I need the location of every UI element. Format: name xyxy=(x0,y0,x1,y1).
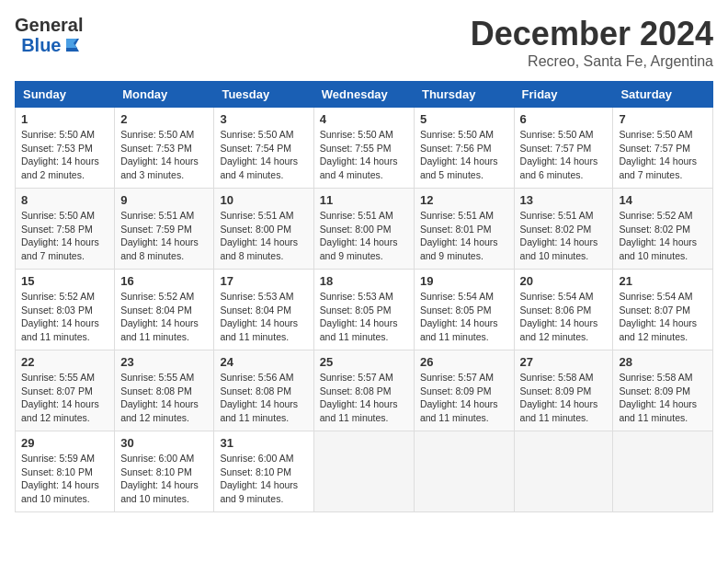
calendar-week-row: 1 Sunrise: 5:50 AM Sunset: 7:53 PM Dayli… xyxy=(16,108,713,189)
calendar-cell: 14 Sunrise: 5:52 AM Sunset: 8:02 PM Dayl… xyxy=(613,189,713,270)
day-info: Sunrise: 5:53 AM Sunset: 8:05 PM Dayligh… xyxy=(320,290,408,344)
day-number: 25 xyxy=(320,355,408,369)
day-number: 14 xyxy=(619,193,707,207)
day-info: Sunrise: 5:54 AM Sunset: 8:07 PM Dayligh… xyxy=(619,290,707,344)
day-info: Sunrise: 5:55 AM Sunset: 8:07 PM Dayligh… xyxy=(21,371,108,425)
day-info: Sunrise: 6:00 AM Sunset: 8:10 PM Dayligh… xyxy=(120,452,208,506)
day-number: 23 xyxy=(120,355,208,369)
day-number: 11 xyxy=(320,193,408,207)
calendar-cell: 17 Sunrise: 5:53 AM Sunset: 8:04 PM Dayl… xyxy=(214,270,313,350)
logo: General Blue xyxy=(15,15,83,55)
day-number: 26 xyxy=(420,355,508,369)
calendar-cell: 8 Sunrise: 5:50 AM Sunset: 7:58 PM Dayli… xyxy=(16,189,115,270)
day-number: 17 xyxy=(220,274,307,288)
day-number: 15 xyxy=(21,274,108,288)
day-info: Sunrise: 5:50 AM Sunset: 7:57 PM Dayligh… xyxy=(520,128,608,182)
calendar-cell: 31 Sunrise: 6:00 AM Sunset: 8:10 PM Dayl… xyxy=(214,431,313,512)
day-info: Sunrise: 5:56 AM Sunset: 8:08 PM Dayligh… xyxy=(220,371,307,425)
calendar-cell: 1 Sunrise: 5:50 AM Sunset: 7:53 PM Dayli… xyxy=(16,108,115,189)
calendar-cell: 25 Sunrise: 5:57 AM Sunset: 8:08 PM Dayl… xyxy=(313,350,414,431)
day-number: 31 xyxy=(220,436,307,450)
day-info: Sunrise: 5:51 AM Sunset: 8:00 PM Dayligh… xyxy=(220,209,307,263)
calendar-week-row: 29 Sunrise: 5:59 AM Sunset: 8:10 PM Dayl… xyxy=(16,431,713,512)
calendar-cell: 15 Sunrise: 5:52 AM Sunset: 8:03 PM Dayl… xyxy=(16,270,115,350)
day-number: 9 xyxy=(120,193,208,207)
col-header-tuesday: Tuesday xyxy=(214,82,313,108)
day-info: Sunrise: 5:55 AM Sunset: 8:08 PM Dayligh… xyxy=(120,371,208,425)
calendar-cell: 9 Sunrise: 5:51 AM Sunset: 7:59 PM Dayli… xyxy=(115,189,214,270)
day-info: Sunrise: 5:54 AM Sunset: 8:06 PM Dayligh… xyxy=(520,290,608,344)
day-number: 30 xyxy=(120,436,208,450)
day-number: 1 xyxy=(21,112,108,126)
calendar-cell: 16 Sunrise: 5:52 AM Sunset: 8:04 PM Dayl… xyxy=(115,270,214,350)
day-info: Sunrise: 5:51 AM Sunset: 8:01 PM Dayligh… xyxy=(420,209,508,263)
calendar-cell: 4 Sunrise: 5:50 AM Sunset: 7:55 PM Dayli… xyxy=(313,108,414,189)
day-number: 3 xyxy=(220,112,307,126)
day-number: 27 xyxy=(520,355,608,369)
day-info: Sunrise: 5:52 AM Sunset: 8:02 PM Dayligh… xyxy=(619,209,707,263)
calendar-cell: 5 Sunrise: 5:50 AM Sunset: 7:56 PM Dayli… xyxy=(414,108,514,189)
calendar-cell: 12 Sunrise: 5:51 AM Sunset: 8:01 PM Dayl… xyxy=(414,189,514,270)
day-number: 21 xyxy=(619,274,707,288)
day-number: 18 xyxy=(320,274,408,288)
calendar-cell: 3 Sunrise: 5:50 AM Sunset: 7:54 PM Dayli… xyxy=(214,108,313,189)
day-info: Sunrise: 5:52 AM Sunset: 8:04 PM Dayligh… xyxy=(120,290,208,344)
calendar-header-row: SundayMondayTuesdayWednesdayThursdayFrid… xyxy=(16,82,713,108)
title-section: December 2024 Recreo, Santa Fe, Argentin… xyxy=(471,15,713,70)
calendar-cell: 22 Sunrise: 5:55 AM Sunset: 8:07 PM Dayl… xyxy=(16,350,115,431)
calendar-cell: 30 Sunrise: 6:00 AM Sunset: 8:10 PM Dayl… xyxy=(115,431,214,512)
day-info: Sunrise: 5:54 AM Sunset: 8:05 PM Dayligh… xyxy=(420,290,508,344)
day-number: 2 xyxy=(120,112,208,126)
day-number: 10 xyxy=(220,193,307,207)
day-info: Sunrise: 5:50 AM Sunset: 7:55 PM Dayligh… xyxy=(320,128,408,182)
logo-general-text: General xyxy=(15,15,83,35)
calendar-cell: 27 Sunrise: 5:58 AM Sunset: 8:09 PM Dayl… xyxy=(514,350,613,431)
logo-blue-text: Blue xyxy=(21,35,61,55)
page-header: General Blue December 2024 Recreo, Santa… xyxy=(15,15,713,70)
calendar-cell: 13 Sunrise: 5:51 AM Sunset: 8:02 PM Dayl… xyxy=(514,189,613,270)
day-info: Sunrise: 6:00 AM Sunset: 8:10 PM Dayligh… xyxy=(220,452,307,506)
calendar-table: SundayMondayTuesdayWednesdayThursdayFrid… xyxy=(15,81,713,512)
calendar-cell: 28 Sunrise: 5:58 AM Sunset: 8:09 PM Dayl… xyxy=(613,350,713,431)
calendar-cell: 2 Sunrise: 5:50 AM Sunset: 7:53 PM Dayli… xyxy=(115,108,214,189)
day-number: 13 xyxy=(520,193,608,207)
col-header-saturday: Saturday xyxy=(613,82,713,108)
calendar-week-row: 8 Sunrise: 5:50 AM Sunset: 7:58 PM Dayli… xyxy=(16,189,713,270)
col-header-thursday: Thursday xyxy=(414,82,514,108)
calendar-cell xyxy=(514,431,613,512)
calendar-cell: 24 Sunrise: 5:56 AM Sunset: 8:08 PM Dayl… xyxy=(214,350,313,431)
calendar-cell: 11 Sunrise: 5:51 AM Sunset: 8:00 PM Dayl… xyxy=(313,189,414,270)
day-info: Sunrise: 5:50 AM Sunset: 7:56 PM Dayligh… xyxy=(420,128,508,182)
calendar-cell: 20 Sunrise: 5:54 AM Sunset: 8:06 PM Dayl… xyxy=(514,270,613,350)
calendar-cell: 6 Sunrise: 5:50 AM Sunset: 7:57 PM Dayli… xyxy=(514,108,613,189)
day-number: 29 xyxy=(21,436,108,450)
day-number: 24 xyxy=(220,355,307,369)
day-info: Sunrise: 5:53 AM Sunset: 8:04 PM Dayligh… xyxy=(220,290,307,344)
day-info: Sunrise: 5:57 AM Sunset: 8:08 PM Dayligh… xyxy=(320,371,408,425)
calendar-cell: 7 Sunrise: 5:50 AM Sunset: 7:57 PM Dayli… xyxy=(613,108,713,189)
day-info: Sunrise: 5:58 AM Sunset: 8:09 PM Dayligh… xyxy=(520,371,608,425)
calendar-cell xyxy=(313,431,414,512)
col-header-friday: Friday xyxy=(514,82,613,108)
day-number: 6 xyxy=(520,112,608,126)
calendar-week-row: 22 Sunrise: 5:55 AM Sunset: 8:07 PM Dayl… xyxy=(16,350,713,431)
calendar-cell: 29 Sunrise: 5:59 AM Sunset: 8:10 PM Dayl… xyxy=(16,431,115,512)
calendar-cell: 21 Sunrise: 5:54 AM Sunset: 8:07 PM Dayl… xyxy=(613,270,713,350)
day-number: 7 xyxy=(619,112,707,126)
day-number: 8 xyxy=(21,193,108,207)
calendar-cell: 10 Sunrise: 5:51 AM Sunset: 8:00 PM Dayl… xyxy=(214,189,313,270)
day-number: 4 xyxy=(320,112,408,126)
month-title: December 2024 xyxy=(471,15,713,53)
calendar-week-row: 15 Sunrise: 5:52 AM Sunset: 8:03 PM Dayl… xyxy=(16,270,713,350)
calendar-cell: 19 Sunrise: 5:54 AM Sunset: 8:05 PM Dayl… xyxy=(414,270,514,350)
day-info: Sunrise: 5:51 AM Sunset: 7:59 PM Dayligh… xyxy=(120,209,208,263)
day-number: 5 xyxy=(420,112,508,126)
day-info: Sunrise: 5:51 AM Sunset: 8:00 PM Dayligh… xyxy=(320,209,408,263)
day-info: Sunrise: 5:50 AM Sunset: 7:58 PM Dayligh… xyxy=(21,209,108,263)
day-number: 16 xyxy=(120,274,208,288)
location-subtitle: Recreo, Santa Fe, Argentina xyxy=(471,53,713,70)
calendar-cell xyxy=(414,431,514,512)
calendar-cell xyxy=(613,431,713,512)
day-number: 12 xyxy=(420,193,508,207)
day-number: 22 xyxy=(21,355,108,369)
